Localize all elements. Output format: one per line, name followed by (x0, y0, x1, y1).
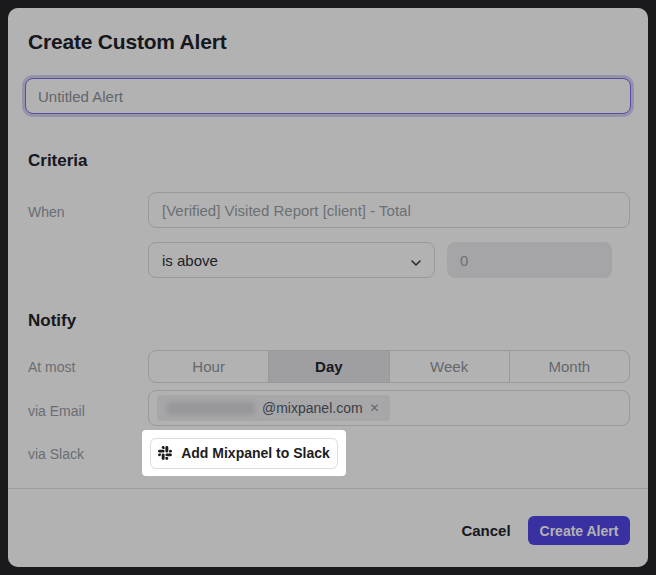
email-username-redacted (167, 402, 255, 415)
at-most-label: At most (28, 359, 75, 375)
threshold-input[interactable]: 0 (447, 242, 612, 278)
frequency-option-week[interactable]: Week (389, 351, 509, 382)
criteria-heading: Criteria (28, 151, 88, 171)
create-alert-button[interactable]: Create Alert (528, 516, 630, 545)
email-recipients-input[interactable]: @mixpanel.com ✕ (148, 390, 630, 426)
chevron-down-icon (411, 252, 421, 269)
slack-button-label: Add Mixpanel to Slack (181, 445, 330, 461)
notify-heading: Notify (28, 311, 76, 331)
dialog-title: Create Custom Alert (28, 30, 226, 54)
email-chip: @mixpanel.com ✕ (157, 395, 390, 421)
operator-select[interactable]: is above (148, 242, 435, 278)
threshold-value: 0 (460, 252, 468, 269)
alert-name-input[interactable] (25, 78, 631, 114)
close-icon[interactable]: ✕ (370, 402, 380, 414)
cancel-button[interactable]: Cancel (454, 516, 518, 545)
slack-button-spotlight: Add Mixpanel to Slack (142, 430, 346, 476)
create-custom-alert-dialog: Create Custom Alert Criteria When [Verif… (8, 8, 648, 567)
via-slack-label: via Slack (28, 446, 84, 462)
email-chip-domain: @mixpanel.com (262, 400, 363, 416)
metric-field[interactable]: [Verified] Visited Report [client] - Tot… (148, 192, 630, 228)
frequency-option-month[interactable]: Month (509, 351, 629, 382)
operator-selected-value: is above (162, 252, 218, 269)
frequency-option-day[interactable]: Day (268, 351, 388, 382)
frequency-option-hour[interactable]: Hour (149, 351, 268, 382)
when-label: When (28, 204, 65, 220)
footer-divider (8, 488, 648, 489)
via-email-label: via Email (28, 403, 85, 419)
metric-field-text: [Verified] Visited Report [client] - Tot… (162, 202, 411, 219)
add-mixpanel-to-slack-button[interactable]: Add Mixpanel to Slack (150, 438, 338, 469)
slack-icon (158, 446, 172, 460)
frequency-segmented-control: Hour Day Week Month (148, 350, 630, 383)
